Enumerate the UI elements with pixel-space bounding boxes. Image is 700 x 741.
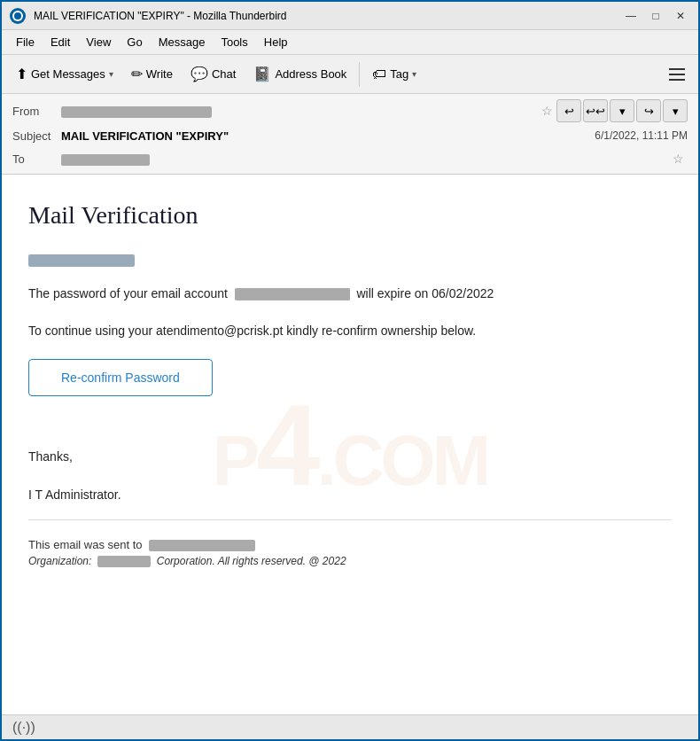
- email-header: From ☆ ↩ ↩↩ ▾ ↪ ▾ Subject MAIL VERIFICAT…: [2, 94, 698, 175]
- window-title: MAIL VERIFICATION "EXPIRY" - Mozilla Thu…: [34, 10, 620, 22]
- menu-go[interactable]: Go: [120, 33, 149, 51]
- menu-message[interactable]: Message: [152, 33, 213, 51]
- to-star-button[interactable]: ☆: [669, 152, 688, 166]
- connection-icon: ((·)): [12, 720, 35, 736]
- reply-all-button[interactable]: ↩↩: [583, 99, 608, 122]
- menu-tools[interactable]: Tools: [214, 33, 254, 51]
- tag-button[interactable]: 🏷 Tag ▾: [365, 63, 424, 86]
- from-value: [61, 104, 538, 117]
- sent-to-blurred: [149, 540, 255, 551]
- menu-view[interactable]: View: [79, 33, 118, 51]
- thanks-text: Thanks,: [28, 449, 672, 464]
- email-date: 6/1/2022, 11:11 PM: [595, 129, 688, 142]
- subject-value: MAIL VERIFICATION "EXPIRY": [61, 129, 587, 143]
- address-book-button[interactable]: 📓 Address Book: [246, 62, 354, 86]
- address-book-icon: 📓: [253, 66, 271, 82]
- org-prefix: Organization:: [28, 555, 91, 567]
- menu-help[interactable]: Help: [257, 33, 295, 51]
- header-actions: ↩ ↩↩ ▾ ↪ ▾: [556, 99, 688, 122]
- sent-to-prefix: This email was sent to: [28, 538, 143, 551]
- menu-bar: File Edit View Go Message Tools Help: [2, 30, 698, 55]
- from-label: From: [12, 105, 61, 118]
- address-book-label: Address Book: [275, 67, 346, 81]
- status-bar: ((·)): [2, 714, 698, 739]
- to-value: [61, 152, 669, 165]
- email-title: Mail Verification: [28, 201, 672, 230]
- org-blurred: [97, 556, 151, 567]
- svg-point-2: [14, 12, 21, 20]
- to-blurred: [61, 154, 150, 166]
- write-icon: ✏: [131, 66, 143, 82]
- hamburger-line-1: [669, 68, 685, 70]
- tag-label: Tag: [390, 67, 408, 81]
- reconfirm-section: Re-confirm Password: [28, 359, 672, 423]
- more-button[interactable]: ▾: [663, 99, 688, 122]
- email-body: P4.COM Mail Verification The password of…: [2, 175, 698, 714]
- email-divider: [28, 519, 672, 520]
- toolbar: ⬆ Get Messages ▾ ✏ Write 💬 Chat 📓 Addres…: [2, 55, 698, 94]
- to-label: To: [12, 152, 61, 166]
- chat-icon: 💬: [191, 66, 208, 82]
- account-blurred: [235, 288, 350, 300]
- tag-icon: 🏷: [372, 66, 386, 82]
- write-button[interactable]: ✏ Write: [124, 62, 180, 86]
- maximize-button[interactable]: □: [645, 7, 666, 25]
- sent-to-text: This email was sent to: [28, 538, 672, 551]
- paragraph-expiry: The password of your email account will …: [28, 284, 672, 303]
- org-text: Organization: Corporation. All rights re…: [28, 555, 672, 567]
- chat-label: Chat: [212, 67, 236, 81]
- signature-text: I T Administrator.: [28, 488, 672, 502]
- forward-button[interactable]: ↪: [636, 99, 661, 122]
- sender-blurred: [28, 254, 135, 267]
- window-controls: — □ ✕: [620, 7, 691, 25]
- hamburger-line-2: [669, 74, 685, 75]
- menu-file[interactable]: File: [9, 33, 42, 51]
- from-row: From ☆ ↩ ↩↩ ▾ ↪ ▾: [12, 98, 688, 124]
- toolbar-separator: [359, 62, 360, 87]
- hamburger-line-3: [669, 79, 685, 81]
- write-label: Write: [146, 67, 173, 81]
- main-window: MAIL VERIFICATION "EXPIRY" - Mozilla Thu…: [0, 0, 700, 741]
- app-icon: [9, 7, 27, 25]
- subject-row: Subject MAIL VERIFICATION "EXPIRY" 6/1/2…: [12, 124, 688, 147]
- reconfirm-password-button[interactable]: Re-confirm Password: [28, 359, 213, 396]
- get-messages-icon: ⬆: [16, 66, 27, 82]
- minimize-button[interactable]: —: [620, 7, 642, 25]
- nav-down-button[interactable]: ▾: [610, 99, 634, 122]
- reply-button[interactable]: ↩: [556, 99, 581, 122]
- subject-label: Subject: [12, 129, 61, 143]
- close-button[interactable]: ✕: [670, 7, 691, 25]
- menu-edit[interactable]: Edit: [43, 33, 77, 51]
- chat-button[interactable]: 💬 Chat: [183, 62, 243, 86]
- get-messages-button[interactable]: ⬆ Get Messages ▾: [9, 62, 121, 86]
- get-messages-dropdown-arrow[interactable]: ▾: [109, 69, 113, 79]
- org-suffix: Corporation. All rights reserved. @ 2022: [157, 555, 346, 567]
- paragraph-reconfirm: To continue using your atendimento@pcris…: [28, 321, 672, 340]
- from-blurred: [61, 106, 212, 118]
- para1-suffix: will expire on 06/02/2022: [356, 286, 494, 300]
- to-row: To ☆: [12, 147, 688, 170]
- tag-dropdown-arrow[interactable]: ▾: [412, 69, 416, 79]
- email-content: Mail Verification The password of your e…: [28, 201, 672, 567]
- title-bar: MAIL VERIFICATION "EXPIRY" - Mozilla Thu…: [2, 2, 698, 30]
- from-star-button[interactable]: ☆: [538, 104, 556, 118]
- get-messages-label: Get Messages: [31, 67, 105, 81]
- hamburger-menu-button[interactable]: [663, 60, 691, 89]
- para1-prefix: The password of your email account: [28, 286, 228, 300]
